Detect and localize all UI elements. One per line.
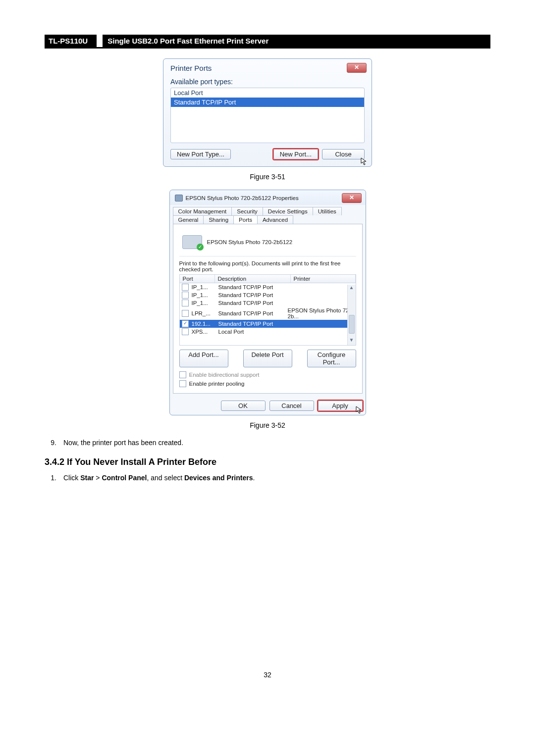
list-item[interactable]: Local Port <box>171 88 364 98</box>
cancel-button[interactable]: Cancel <box>269 401 314 411</box>
tab-device-settings[interactable]: Device Settings <box>263 207 313 215</box>
printer-icon <box>182 235 202 249</box>
tab-general[interactable]: General <box>173 215 204 224</box>
product-desc: Single USB2.0 Port Fast Ethernet Print S… <box>103 35 490 47</box>
checkbox-icon <box>179 371 186 378</box>
dialog-title: EPSON Stylus Photo 720-2b5122 Properties <box>186 195 299 201</box>
tab-security[interactable]: Security <box>231 207 263 215</box>
table-row[interactable]: ✓192.1...Standard TCP/IP Port <box>180 320 356 328</box>
col-header-printer: Printer <box>291 275 356 283</box>
table-row[interactable]: IP_1...Standard TCP/IP Port <box>180 291 356 299</box>
ok-button[interactable]: OK <box>221 401 266 411</box>
tabs-row-front: General Sharing Ports Advanced <box>170 215 366 224</box>
figure-caption: Figure 3-51 <box>45 173 490 181</box>
close-icon[interactable]: ✕ <box>342 193 362 203</box>
close-icon[interactable]: ✕ <box>347 63 367 73</box>
step-9: 9. Now, the printer port has been create… <box>45 438 490 448</box>
step-1: 1. Click Star > Control Panel, and selec… <box>45 473 490 483</box>
checkbox-icon[interactable] <box>182 310 189 317</box>
checkbox-icon[interactable] <box>182 300 189 306</box>
printer-properties-dialog: EPSON Stylus Photo 720-2b5122 Properties… <box>169 190 366 415</box>
new-port-button[interactable]: New Port... <box>273 149 318 159</box>
bidirectional-checkbox: Enable bidirectional support <box>179 371 356 378</box>
list-item[interactable]: Standard TCP/IP Port <box>171 98 364 107</box>
checkbox-icon[interactable] <box>182 284 189 291</box>
tab-color-management[interactable]: Color Management <box>173 207 232 215</box>
checkbox-icon[interactable] <box>182 292 189 299</box>
ports-hint: Print to the following port(s). Document… <box>179 260 356 272</box>
printer-name-label: EPSON Stylus Photo 720-2b5122 <box>207 239 293 245</box>
table-row[interactable]: IP_1...Standard TCP/IP Port <box>180 299 356 307</box>
scroll-up-icon[interactable]: ▲ <box>348 285 356 293</box>
checkbox-icon[interactable] <box>182 328 189 335</box>
col-header-port: Port <box>180 275 215 283</box>
checkbox-icon[interactable] <box>179 380 186 387</box>
tab-utilities[interactable]: Utilities <box>313 207 342 215</box>
page-header: TL-PS110U Single USB2.0 Port Fast Ethern… <box>45 35 490 49</box>
tab-sharing[interactable]: Sharing <box>203 215 234 224</box>
available-port-types-label: Available port types: <box>170 78 365 86</box>
port-types-listbox[interactable]: Local Port Standard TCP/IP Port <box>170 88 365 143</box>
new-port-type-button[interactable]: New Port Type... <box>170 149 231 159</box>
product-model: TL-PS110U <box>45 35 97 47</box>
configure-port-button[interactable]: Configure Port... <box>307 350 356 367</box>
table-row[interactable]: XPS...Local Port <box>180 328 356 336</box>
scrollbar[interactable]: ▲ ▼ <box>347 285 356 345</box>
table-row[interactable]: IP_1...Standard TCP/IP Port <box>180 283 356 291</box>
page-number: 32 <box>45 671 490 679</box>
printer-pooling-checkbox[interactable]: Enable printer pooling <box>179 380 356 387</box>
scroll-down-icon[interactable]: ▼ <box>348 337 356 345</box>
tabs-row-back: Color Management Security Device Setting… <box>170 205 366 215</box>
apply-button[interactable]: Apply <box>318 401 363 411</box>
ports-table[interactable]: Port Description Printer IP_1...Standard… <box>179 274 356 346</box>
table-row[interactable]: LPR_...Standard TCP/IP PortEPSON Stylus … <box>180 307 356 320</box>
scroll-thumb[interactable] <box>349 315 355 334</box>
col-header-desc: Description <box>215 275 291 283</box>
close-button[interactable]: Close <box>322 149 365 159</box>
add-port-button[interactable]: Add Port... <box>179 350 228 367</box>
dialog-title: Printer Ports <box>170 64 212 72</box>
printer-icon <box>175 195 183 202</box>
checkbox-icon[interactable]: ✓ <box>182 320 189 327</box>
figure-caption: Figure 3-52 <box>45 421 490 429</box>
delete-port-button[interactable]: Delete Port <box>243 350 292 367</box>
tab-ports[interactable]: Ports <box>233 215 258 224</box>
printer-ports-dialog: Printer Ports ✕ Available port types: Lo… <box>163 58 372 167</box>
tab-advanced[interactable]: Advanced <box>257 215 293 224</box>
section-heading: 3.4.2 If You Never Install A Printer Bef… <box>45 457 490 467</box>
